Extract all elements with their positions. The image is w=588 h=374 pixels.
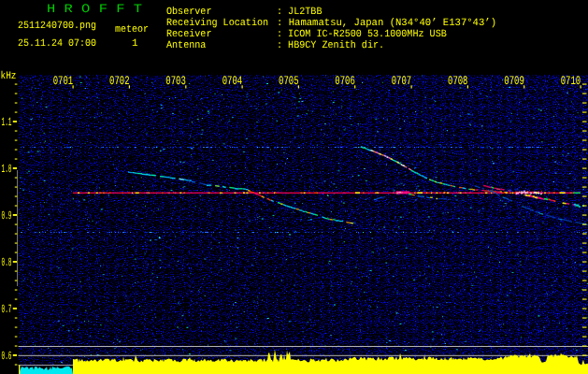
svg-text:0708: 0708 (448, 74, 468, 88)
svg-text:1.0: 1.0 (2, 163, 12, 176)
svg-text:0.8: 0.8 (2, 256, 12, 269)
svg-text:0710: 0710 (561, 74, 581, 88)
svg-text:: ICOM IC-R2500 53.1000MHz USB: : ICOM IC-R2500 53.1000MHz USB (277, 29, 447, 40)
svg-text:0.6: 0.6 (2, 350, 12, 363)
svg-text:0703: 0703 (165, 74, 186, 88)
svg-text:0706: 0706 (335, 74, 355, 88)
svg-text:kHz: kHz (1, 70, 17, 82)
svg-text:: HB9CY Zenith dir.: : HB9CY Zenith dir. (277, 40, 384, 51)
svg-text:: JL2TBB: : JL2TBB (277, 7, 323, 18)
svg-text:25.11.24 07:00: 25.11.24 07:00 (18, 38, 96, 50)
svg-text:1: 1 (132, 38, 138, 50)
svg-text:: Hamamatsu, Japan (N34°40’ E1: : Hamamatsu, Japan (N34°40’ E137°43’) (277, 18, 496, 29)
svg-text:1.1: 1.1 (2, 116, 12, 129)
svg-text:0705: 0705 (279, 74, 299, 88)
svg-text:0704: 0704 (222, 74, 243, 88)
svg-text:0709: 0709 (504, 74, 524, 88)
svg-text:meteor: meteor (115, 24, 149, 36)
svg-text:0701: 0701 (53, 74, 74, 88)
svg-text:2511240700.png: 2511240700.png (18, 21, 96, 32)
svg-text:0.9: 0.9 (2, 209, 12, 223)
svg-text:H R O F F T: H R O F F T (47, 2, 142, 16)
svg-text:0.7: 0.7 (2, 303, 12, 316)
svg-text:Receiver: Receiver (166, 29, 212, 40)
svg-text:Receiving Location: Receiving Location (166, 18, 268, 29)
svg-text:Antenna: Antenna (166, 40, 207, 51)
svg-text:Observer: Observer (166, 7, 212, 18)
svg-text:0702: 0702 (109, 74, 130, 88)
svg-text:0707: 0707 (392, 74, 412, 88)
